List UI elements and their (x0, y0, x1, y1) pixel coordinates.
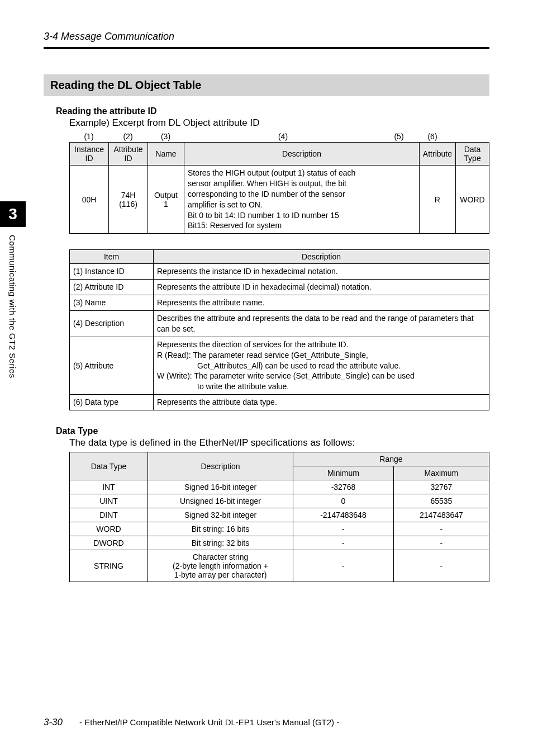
heading-data-type: Data Type (56, 426, 533, 436)
cell-max: - (393, 522, 489, 536)
table-row: INT Signed 16-bit integer -32768 32767 (70, 480, 489, 494)
col-num-2: (2) (108, 132, 147, 141)
cell-instance: 00H (70, 166, 109, 234)
cell-dt: DINT (70, 508, 148, 522)
th-range: Range (293, 452, 489, 466)
example-text: Example) Excerpt from DL Object attribut… (69, 117, 533, 129)
th-maximum: Maximum (393, 466, 489, 480)
cell-min: - (293, 522, 394, 536)
header-rule (44, 47, 489, 49)
cell-dt: WORD (70, 522, 148, 536)
cell-dt: DWORD (70, 536, 148, 550)
col-num-1: (1) (69, 132, 108, 141)
table-row: (3) Name Represents the attribute name. (70, 295, 489, 311)
cell-desc: Represents the attribute ID in hexadecim… (154, 280, 489, 295)
cell-desc: Bit string: 32 bits (148, 536, 293, 550)
heading-reading-attribute-id: Reading the attribute ID (56, 106, 533, 116)
chapter-side-title: Communicating with the GT2 Series (8, 235, 17, 379)
cell-max: 2147483647 (393, 508, 489, 522)
section-header: 3-4 Message Communication (44, 31, 533, 42)
cell-desc: Represents the instance ID in hexadecima… (154, 264, 489, 280)
cell-min: -32768 (293, 480, 394, 494)
cell-dt: INT (70, 480, 148, 494)
cell-desc: Represents the attribute name. (154, 295, 489, 311)
table-header-row: Data Type Description Range (70, 452, 489, 466)
col-num-4: (4) (184, 132, 382, 141)
table-row: DWORD Bit string: 32 bits - - (70, 536, 489, 550)
table-row: DINT Signed 32-bit integer -2147483648 2… (70, 508, 489, 522)
data-type-body: The data type is defined in the EtherNet… (69, 437, 533, 448)
table-row: (4) Description Describes the attribute … (70, 311, 489, 337)
table-row: (2) Attribute ID Represents the attribut… (70, 280, 489, 295)
attribute-id-table-wrap: (1) (2) (3) (4) (5) (6) Instance ID Attr… (69, 132, 489, 234)
th-description: Description (184, 143, 420, 166)
cell-dtype: WORD (456, 166, 489, 234)
th-instance-id: Instance ID (70, 143, 109, 166)
th-item: Item (70, 250, 154, 264)
cell-desc: Represents the direction of services for… (154, 337, 489, 394)
cell-item: (5) Attribute (70, 337, 154, 394)
table-header-row: Item Description (70, 250, 489, 264)
cell-desc: Unsigned 16-bit integer (148, 494, 293, 508)
col-num-3: (3) (147, 132, 184, 141)
th-description: Description (154, 250, 489, 264)
page-footer: 3-30 - EtherNet/IP Compatible Network Un… (44, 717, 489, 728)
cell-min: -2147483648 (293, 508, 394, 522)
th-attribute: Attribute (419, 143, 455, 166)
cell-min: - (293, 550, 394, 582)
th-attribute-id: Attribute ID (109, 143, 148, 166)
table-header-row: Instance ID Attribute ID Name Descriptio… (70, 143, 489, 166)
table-row: UINT Unsigned 16-bit integer 0 65535 (70, 494, 489, 508)
th-description: Description (148, 452, 293, 480)
cell-min: - (293, 536, 394, 550)
th-minimum: Minimum (293, 466, 394, 480)
cell-max: - (393, 536, 489, 550)
table-row: STRING Character string (2-byte length i… (70, 550, 489, 582)
cell-dt: UINT (70, 494, 148, 508)
item-description-table: Item Description (1) Instance ID Represe… (69, 249, 489, 410)
cell-item: (2) Attribute ID (70, 280, 154, 295)
cell-item: (6) Data type (70, 395, 154, 410)
cell-item: (3) Name (70, 295, 154, 311)
table-row: (1) Instance ID Represents the instance … (70, 264, 489, 280)
cell-desc: Describes the attribute and represents t… (154, 311, 489, 337)
col-num-6: (6) (416, 132, 449, 141)
chapter-tab: 3 (0, 201, 26, 227)
table-row: (5) Attribute Represents the direction o… (70, 337, 489, 394)
table-row: 00H 74H (116) Output 1 Stores the HIGH o… (70, 166, 489, 234)
table-row: WORD Bit string: 16 bits - - (70, 522, 489, 536)
th-name: Name (148, 143, 184, 166)
cell-item: (4) Description (70, 311, 154, 337)
cell-desc: Bit string: 16 bits (148, 522, 293, 536)
cell-desc: Signed 16-bit integer (148, 480, 293, 494)
page-number: 3-30 (44, 717, 63, 728)
heading-reading-dl-object: Reading the DL Object Table (44, 74, 489, 96)
manual-title: - EtherNet/IP Compatible Network Unit DL… (79, 717, 339, 727)
cell-max: - (393, 550, 489, 582)
cell-description: Stores the HIGH output (output 1) status… (184, 166, 420, 234)
cell-dt: STRING (70, 550, 148, 582)
cell-desc: Character string (2-byte length informat… (148, 550, 293, 582)
column-number-labels: (1) (2) (3) (4) (5) (6) (69, 132, 489, 141)
th-data-type: Data Type (456, 143, 489, 166)
item-description-table-wrap: Item Description (1) Instance ID Represe… (69, 249, 489, 410)
cell-desc: Represents the attribute data type. (154, 395, 489, 410)
th-data-type: Data Type (70, 452, 148, 480)
cell-desc: Signed 32-bit integer (148, 508, 293, 522)
cell-name: Output 1 (148, 166, 184, 234)
cell-item: (1) Instance ID (70, 264, 154, 280)
table-row: (6) Data type Represents the attribute d… (70, 395, 489, 410)
cell-attr-id: 74H (116) (109, 166, 148, 234)
cell-attribute: R (419, 166, 455, 234)
col-num-5: (5) (382, 132, 416, 141)
attribute-id-table: Instance ID Attribute ID Name Descriptio… (69, 142, 489, 234)
cell-max: 32767 (393, 480, 489, 494)
cell-max: 65535 (393, 494, 489, 508)
cell-min: 0 (293, 494, 394, 508)
data-type-table-wrap: Data Type Description Range Minimum Maxi… (69, 452, 489, 582)
data-type-table: Data Type Description Range Minimum Maxi… (69, 452, 489, 582)
